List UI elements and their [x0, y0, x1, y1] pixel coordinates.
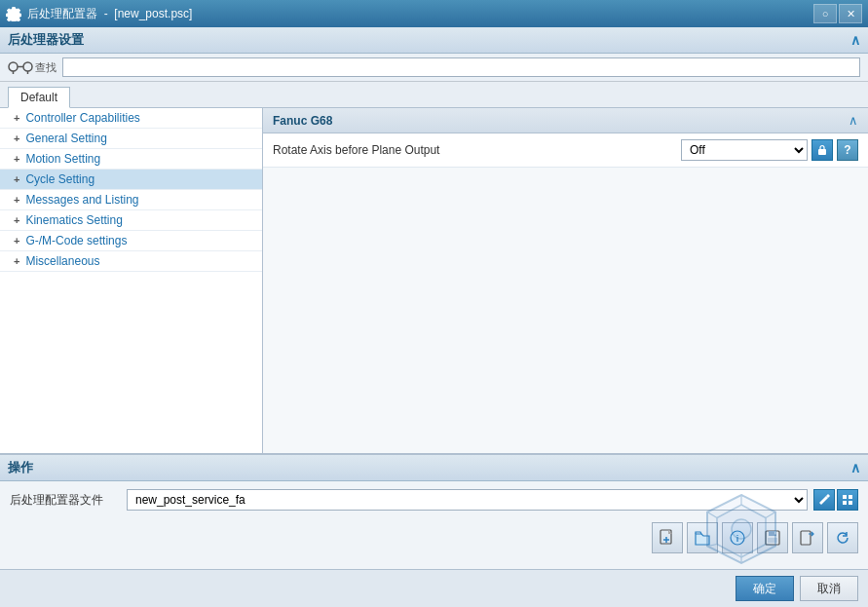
svg-point-0 [12, 13, 17, 18]
edit-icon [818, 494, 830, 506]
tree-plus-icon: + [14, 133, 19, 144]
svg-rect-2 [23, 62, 32, 71]
svg-rect-6 [818, 149, 826, 155]
tree-plus-icon: + [14, 255, 19, 267]
svg-rect-10 [849, 501, 852, 505]
tab-default-label: Default [20, 91, 57, 104]
fanuc-group-header: Fanuc G68 ∧ [263, 108, 868, 133]
cancel-button[interactable]: 取消 [800, 576, 858, 601]
restore-button[interactable]: ○ [813, 4, 837, 23]
ops-file-edit-button[interactable] [813, 489, 835, 511]
close-button[interactable]: ✕ [839, 4, 862, 23]
setting-controls: Off On ? [681, 139, 858, 161]
tree-plus-icon: + [14, 235, 19, 247]
title-bar: 后处理配置器 - [new_post.psc] ○ ✕ [0, 0, 868, 27]
svg-rect-8 [849, 495, 852, 499]
right-panel: Fanuc G68 ∧ Rotate Axis before Plane Out… [263, 108, 868, 453]
tree-item-misc[interactable]: + Miscellaneous [0, 251, 262, 272]
settings-collapse-button[interactable]: ∧ [850, 32, 860, 48]
search-bar: 查找 [0, 54, 868, 82]
fanuc-group-title: Fanuc G68 [273, 114, 332, 128]
svg-point-23 [732, 519, 751, 539]
svg-rect-1 [9, 62, 18, 71]
fanuc-collapse-button[interactable]: ∧ [849, 113, 858, 128]
tree-item-general[interactable]: + General Setting [0, 129, 262, 149]
svg-rect-9 [843, 501, 847, 505]
new-doc-icon [659, 529, 676, 547]
tree-item-label: Controller Capabilities [25, 111, 139, 125]
tree-plus-icon: + [14, 173, 19, 185]
tree-item-label: Motion Setting [25, 152, 100, 166]
grid-icon [842, 494, 853, 506]
help-icon: ? [844, 143, 850, 157]
hex-logo [702, 490, 780, 568]
setting-lock-button[interactable] [811, 139, 833, 161]
bottom-bar: 确定 取消 [0, 569, 868, 607]
tree-item-label: Kinematics Setting [25, 213, 122, 227]
tabs-row: Default [0, 82, 868, 108]
search-label: 查找 [35, 60, 57, 75]
tree-plus-icon: + [14, 112, 19, 124]
search-icon [8, 58, 33, 76]
settings-section-header: 后处理器设置 ∧ [0, 27, 868, 54]
app-icon [6, 6, 21, 21]
setting-row-rotate-axis: Rotate Axis before Plane Output Off On ? [263, 133, 868, 168]
tree-item-label: Miscellaneous [25, 254, 99, 268]
tree-plus-icon: + [14, 214, 19, 226]
refresh-icon [834, 529, 851, 547]
tree-item-gm-code[interactable]: + G-/M-Code settings [0, 231, 262, 251]
title-bar-left: 后处理配置器 - [new_post.psc] [6, 6, 192, 22]
setting-help-button[interactable]: ? [837, 139, 858, 161]
app-title: 后处理配置器 - [new_post.psc] [27, 6, 192, 22]
ops-file-label: 后处理配置器文件 [10, 492, 127, 509]
tree-plus-icon: + [14, 194, 19, 206]
search-icon-container: 查找 [8, 58, 57, 76]
tree-item-motion[interactable]: + Motion Setting [0, 149, 262, 170]
panels-container: + Controller Capabilities + General Sett… [0, 108, 868, 453]
ops-body: 后处理配置器文件 new_post_service_fa [0, 481, 868, 569]
title-controls: ○ ✕ [813, 4, 862, 23]
ops-file-extra-button[interactable] [837, 489, 858, 511]
settings-section-title: 后处理器设置 [8, 31, 84, 49]
logo-area [702, 490, 780, 571]
export-icon [799, 529, 816, 547]
tree-item-controller[interactable]: + Controller Capabilities [0, 108, 262, 129]
left-panel: + Controller Capabilities + General Sett… [0, 108, 263, 453]
rotate-axis-select[interactable]: Off On [681, 139, 808, 161]
tree-plus-icon: + [14, 153, 19, 165]
tree-item-cycle[interactable]: + Cycle Setting [0, 170, 262, 190]
file-name: [new_post.psc] [114, 7, 192, 20]
tree-item-label: Cycle Setting [25, 172, 94, 186]
ops-title: 操作 [8, 459, 33, 476]
tree-item-label: General Setting [25, 132, 106, 145]
toolbar-export-button[interactable] [792, 522, 823, 553]
toolbar-refresh-button[interactable] [827, 522, 858, 553]
tree-item-label: Messages and Listing [25, 193, 138, 207]
ops-collapse-button[interactable]: ∧ [850, 460, 860, 475]
tree-item-label: G-/M-Code settings [25, 234, 127, 247]
tab-default[interactable]: Default [8, 87, 70, 108]
confirm-button[interactable]: 确定 [736, 576, 794, 601]
tree-item-messages[interactable]: + Messages and Listing [0, 190, 262, 210]
ops-header: 操作 ∧ [0, 455, 868, 481]
setting-label-rotate-axis: Rotate Axis before Plane Output [273, 143, 673, 157]
main-container: 后处理器设置 ∧ 查找 Default + Control [0, 27, 868, 607]
toolbar-new-button[interactable] [652, 522, 683, 553]
ops-section: 操作 ∧ 后处理配置器文件 new_post_service_fa [0, 453, 868, 569]
svg-rect-7 [843, 495, 847, 499]
tree-item-kinematics[interactable]: + Kinematics Setting [0, 210, 262, 231]
lock-icon [816, 144, 828, 156]
app-name: 后处理配置器 [27, 7, 97, 20]
svg-rect-20 [801, 531, 811, 545]
search-input[interactable] [62, 57, 860, 77]
